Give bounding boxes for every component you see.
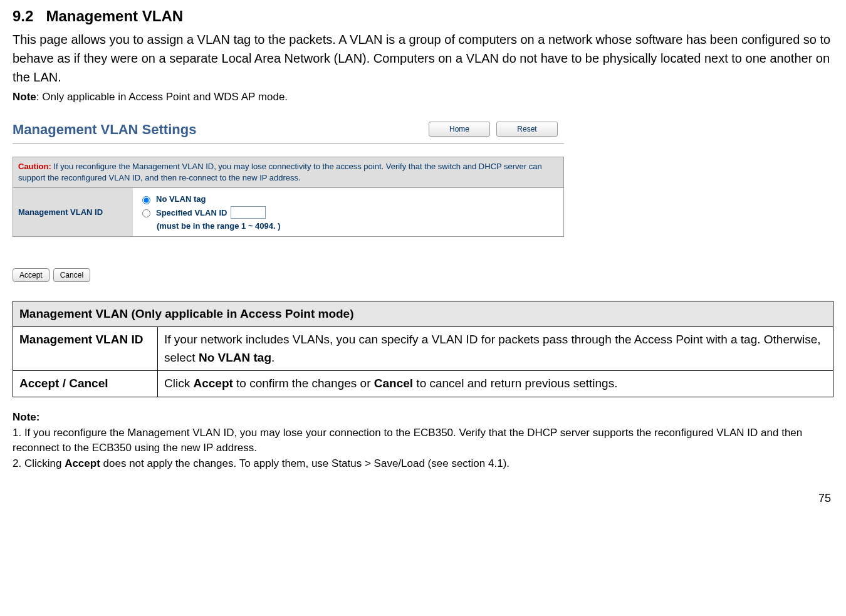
specified-vlan-label: Specified VLAN ID	[156, 207, 227, 219]
vlan-row-label: Management VLAN ID	[13, 188, 133, 236]
vlan-range-note: (must be in the range 1 ~ 4094. )	[157, 220, 557, 232]
table-value-cell: Click Accept to confirm the changes or C…	[158, 371, 833, 397]
screenshot-title: Management VLAN Settings	[13, 119, 196, 140]
footer-text: does not apply the changes. To apply the…	[100, 457, 509, 469]
section-heading: 9.2 Management VLAN	[13, 5, 833, 28]
footer-note-line: 2. Clicking Accept does not apply the ch…	[13, 456, 833, 472]
no-vlan-tag-radio[interactable]	[142, 196, 150, 204]
note-text: : Only applicable in Access Point and WD…	[36, 91, 288, 103]
cell-bold: Accept	[193, 377, 232, 390]
footer-note-heading: Note:	[13, 410, 833, 425]
reset-button[interactable]: Reset	[496, 122, 558, 137]
cell-text: to cancel and return previous settings.	[413, 377, 617, 390]
settings-screenshot: Management VLAN Settings Home Reset Caut…	[13, 118, 564, 282]
caution-label: Caution:	[18, 162, 51, 171]
footer-note-line: 1. If you reconfigure the Management VLA…	[13, 425, 833, 456]
specified-vlan-option[interactable]: Specified VLAN ID	[139, 206, 557, 219]
no-vlan-tag-label: No VLAN tag	[156, 193, 206, 206]
section-number: 9.2	[13, 8, 33, 24]
cancel-button[interactable]: Cancel	[53, 268, 90, 282]
vlan-id-input[interactable]	[231, 206, 266, 219]
form-button-group: Accept Cancel	[13, 268, 564, 282]
info-table: Management VLAN (Only applicable in Acce…	[13, 301, 833, 397]
table-label-cell: Management VLAN ID	[13, 327, 158, 371]
table-header-cell: Management VLAN (Only applicable in Acce…	[13, 301, 833, 327]
header-button-group: Home Reset	[429, 122, 558, 137]
footer-text: 2. Clicking	[13, 457, 65, 469]
divider	[13, 144, 564, 144]
screenshot-header: Management VLAN Settings Home Reset	[13, 118, 564, 141]
page-number: 75	[13, 490, 833, 507]
table-header-row: Management VLAN (Only applicable in Acce…	[13, 301, 833, 327]
no-vlan-tag-option[interactable]: No VLAN tag	[139, 193, 557, 206]
cell-text: to confirm the changes or	[233, 377, 374, 390]
note-line: Note: Only applicable in Access Point an…	[13, 89, 833, 105]
cell-bold: Cancel	[374, 377, 413, 390]
caution-box: Caution: If you reconfigure the Manageme…	[13, 157, 564, 188]
footer-notes: Note: 1. If you reconfigure the Manageme…	[13, 410, 833, 472]
cell-bold: No VLAN tag	[199, 351, 271, 364]
intro-paragraph: This page allows you to assign a VLAN ta…	[13, 30, 833, 86]
table-row: Accept / Cancel Click Accept to confirm …	[13, 371, 833, 397]
cell-text: .	[271, 351, 274, 364]
specified-vlan-radio[interactable]	[142, 209, 150, 217]
footer-bold: Accept	[65, 457, 100, 469]
caution-text: If you reconfigure the Management VLAN I…	[18, 162, 542, 182]
note-prefix: Note	[13, 91, 36, 103]
table-value-cell: If your network includes VLANs, you can …	[158, 327, 833, 371]
accept-button[interactable]: Accept	[13, 268, 50, 282]
section-title-text: Management VLAN	[46, 8, 183, 24]
home-button[interactable]: Home	[429, 122, 490, 137]
table-label-cell: Accept / Cancel	[13, 371, 158, 397]
table-row: Management VLAN ID If your network inclu…	[13, 327, 833, 371]
vlan-id-row: Management VLAN ID No VLAN tag Specified…	[13, 188, 564, 237]
cell-text: Click	[164, 377, 193, 390]
vlan-row-options: No VLAN tag Specified VLAN ID (must be i…	[133, 188, 563, 236]
